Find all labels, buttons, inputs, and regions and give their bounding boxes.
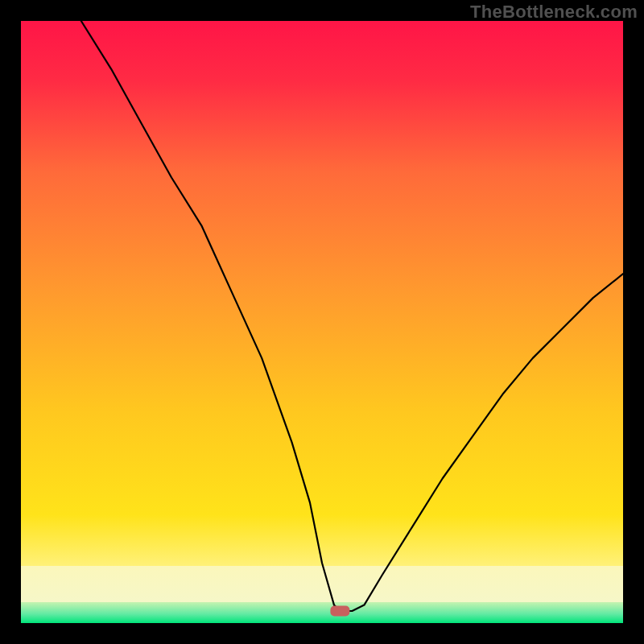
chart-stage: TheBottleneck.com (0, 0, 644, 644)
watermark-text: TheBottleneck.com (470, 2, 638, 23)
gradient-background (21, 21, 623, 623)
minimum-marker (330, 606, 349, 617)
bottleneck-plot (21, 21, 623, 623)
